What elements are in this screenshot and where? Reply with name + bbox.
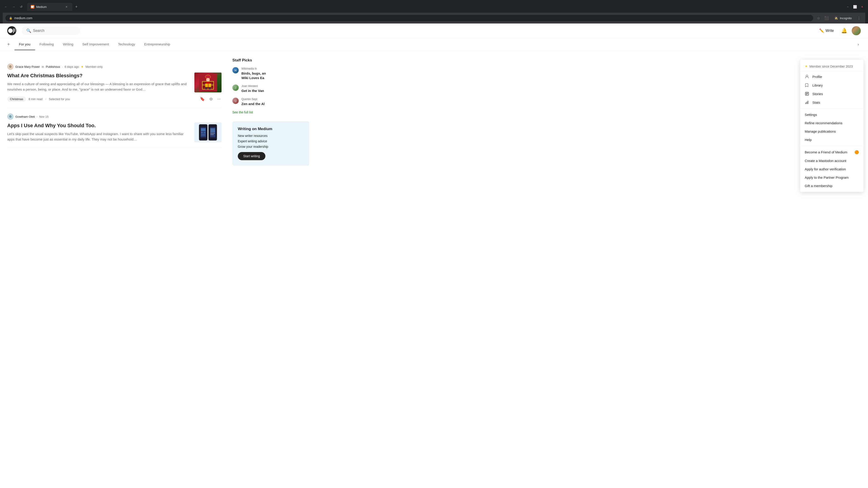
- more-article-button[interactable]: ···: [216, 96, 221, 102]
- write-button[interactable]: ✏️ Write: [816, 26, 837, 35]
- svg-rect-27: [211, 133, 215, 134]
- stories-menu-item[interactable]: Stories: [800, 90, 864, 98]
- search-icon: 🔍: [26, 28, 31, 33]
- nav-tab-writing[interactable]: Writing: [58, 39, 78, 50]
- back-button[interactable]: ←: [3, 4, 9, 10]
- window-minimize-button[interactable]: −: [844, 4, 851, 10]
- svg-rect-23: [201, 134, 206, 136]
- author-verification-menu-item[interactable]: Apply for author verification: [800, 165, 864, 173]
- selected-badge: Selected for you: [49, 97, 70, 101]
- more-button[interactable]: ⋮: [855, 14, 863, 22]
- svg-rect-28: [211, 134, 214, 135]
- medium-header: 🔍 Search ✏️ Write 🔔: [0, 24, 868, 38]
- gift-membership-menu-item[interactable]: Gift a membership: [800, 182, 864, 190]
- sp-author: Quentin Sept: [241, 98, 265, 101]
- bookmark-article-button[interactable]: 🔖: [199, 96, 206, 102]
- profile-menu-item[interactable]: Profile: [800, 72, 864, 81]
- stats-menu-item[interactable]: Stats: [800, 98, 864, 107]
- nav-tab-following[interactable]: Following: [35, 39, 58, 50]
- staff-picks-title: Staff Picks: [232, 58, 309, 63]
- window-close-button[interactable]: ×: [859, 4, 865, 10]
- library-menu-item[interactable]: Library: [800, 81, 864, 90]
- author-avatar: G: [7, 64, 13, 70]
- nav-tab-entrepreneurship[interactable]: Entrepreneurship: [140, 39, 175, 50]
- medium-logo[interactable]: [7, 26, 16, 35]
- svg-rect-14: [205, 88, 207, 89]
- extensions-button[interactable]: ⬛: [823, 14, 830, 22]
- manage-publications-menu-item[interactable]: Manage publications: [800, 127, 864, 135]
- become-friend-row[interactable]: Become a Friend of Medium 🟠: [800, 148, 864, 157]
- hide-article-button[interactable]: ⊖: [209, 96, 214, 102]
- profile-avatar-button[interactable]: [852, 26, 861, 35]
- read-time: 8 min read: [29, 97, 42, 101]
- sp-title[interactable]: Birds, bugs, anWiki Loves Ea: [241, 71, 266, 80]
- author-name[interactable]: Gowtham Oleti: [16, 115, 35, 119]
- svg-rect-4: [13, 29, 14, 33]
- new-tab-button[interactable]: +: [73, 4, 80, 10]
- svg-rect-17: [209, 84, 211, 87]
- incognito-button[interactable]: 🕵 Incognito: [831, 14, 855, 22]
- settings-menu-item[interactable]: Settings: [800, 110, 864, 119]
- profile-icon: [805, 74, 809, 78]
- svg-rect-26: [211, 128, 215, 132]
- nav-tab-technology[interactable]: Technology: [114, 39, 140, 50]
- header-right: ✏️ Write 🔔: [816, 26, 861, 35]
- article-title[interactable]: What Are Christmas Blessings?: [7, 72, 190, 79]
- svg-rect-2: [33, 6, 34, 7]
- wom-item: New writer resources: [238, 134, 304, 138]
- address-bar[interactable]: 🔒 medium.com: [5, 15, 813, 21]
- nav-more-button[interactable]: ›: [856, 38, 861, 51]
- nav-tab-for-you[interactable]: For you: [14, 39, 35, 50]
- article-title[interactable]: Apps I Use And Why You Should Too.: [7, 123, 190, 129]
- medium-app: 🔍 Search ✏️ Write 🔔 + For you Following …: [0, 24, 868, 488]
- sp-author: Joan Westenl: [241, 85, 264, 88]
- search-bar[interactable]: 🔍 Search: [22, 26, 81, 35]
- medium-main: G Grace Mary Power in Publishous · 6 day…: [0, 51, 316, 173]
- publication-name[interactable]: Publishous: [46, 65, 60, 68]
- refine-recommendations-menu-item[interactable]: Refine recommendations: [800, 119, 864, 127]
- incognito-label: Incognito: [840, 17, 852, 20]
- member-only-label: Member-only: [86, 65, 103, 68]
- author-name[interactable]: Grace Mary Power: [16, 65, 40, 68]
- tab-title: Medium: [36, 5, 46, 8]
- article-content: Apps I Use And Why You Should Too. Let's…: [7, 123, 221, 142]
- start-writing-button[interactable]: Start writing: [238, 152, 266, 160]
- tab-close-button[interactable]: ×: [64, 4, 69, 9]
- wom-item: Grow your readership: [238, 145, 304, 149]
- nav-add-button[interactable]: +: [7, 38, 13, 51]
- article-tag[interactable]: Christmas: [7, 96, 26, 102]
- article-meta: G Gowtham Oleti · Nov 15: [7, 113, 221, 120]
- svg-rect-5: [14, 29, 15, 32]
- sp-title[interactable]: Zen and the Al: [241, 102, 265, 106]
- address-text: medium.com: [14, 16, 32, 20]
- bookmark-button[interactable]: ☆: [815, 14, 822, 22]
- author-avatar: G: [7, 113, 13, 120]
- help-menu-item[interactable]: Help: [800, 135, 864, 144]
- stats-icon: [805, 100, 809, 104]
- partner-program-menu-item[interactable]: Apply to the Partner Program: [800, 173, 864, 182]
- library-icon: [805, 83, 809, 87]
- member-badge: ✦: [81, 65, 84, 69]
- see-full-list-link[interactable]: See the full list: [232, 110, 309, 114]
- tab-favicon: [31, 5, 34, 8]
- sp-avatar: Q: [232, 98, 239, 104]
- nav-tab-self-improvement[interactable]: Self Improvement: [78, 39, 114, 50]
- article-content: What Are Christmas Blessings? We need a …: [7, 72, 221, 92]
- refresh-button[interactable]: ↺: [18, 4, 24, 10]
- notification-button[interactable]: 🔔: [840, 27, 848, 35]
- member-since-text: Member since December 2023: [809, 65, 852, 68]
- window-maximize-button[interactable]: ⬜: [852, 4, 858, 10]
- browser-tab[interactable]: Medium ×: [27, 3, 72, 11]
- article-card: G Grace Mary Power in Publishous · 6 day…: [7, 58, 221, 108]
- sp-title[interactable]: Get in the Van: [241, 89, 264, 93]
- article-text: Apps I Use And Why You Should Too. Let's…: [7, 123, 190, 142]
- medium-nav: + For you Following Writing Self Improve…: [0, 38, 868, 51]
- create-mastodon-menu-item[interactable]: Create a Mastodon account: [800, 157, 864, 165]
- sp-avatar: J: [232, 85, 239, 91]
- star-icon: ✦: [805, 64, 808, 68]
- svg-rect-22: [204, 132, 206, 133]
- apps-thumb: [194, 123, 221, 142]
- forward-button[interactable]: →: [10, 4, 17, 10]
- svg-rect-21: [201, 132, 203, 133]
- sp-avatar: W: [232, 67, 239, 73]
